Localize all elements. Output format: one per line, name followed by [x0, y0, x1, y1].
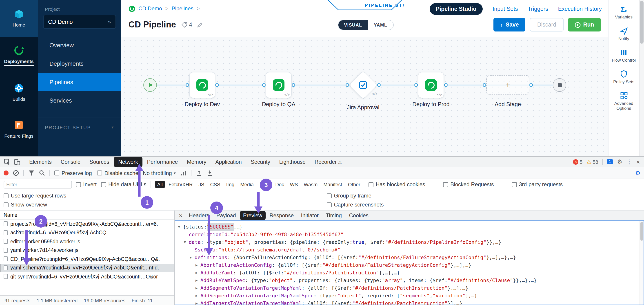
capture-screenshots-checkbox[interactable]: Capture screenshots — [327, 201, 384, 208]
more-options-icon[interactable]: ⋮ — [626, 158, 632, 165]
request-row[interactable]: projects?routingId=6_vVHzo9Qeu9fXvj-AcbC… — [0, 219, 174, 228]
toggle-visual[interactable]: VISUAL — [338, 20, 368, 30]
devtools-tab-performance[interactable]: Performance — [142, 157, 182, 167]
checkbox-box[interactable] — [97, 170, 102, 175]
save-button[interactable]: ↑ Save — [493, 18, 525, 32]
preview-tree-row[interactable]: ▶AddTargetsToVariationTargetMapYaml: {al… — [175, 299, 644, 305]
request-type-filter-css[interactable]: CSS — [208, 181, 222, 188]
request-row[interactable]: yaml.worker.7d144e.worker.js — [0, 246, 174, 255]
detail-tab-initiator[interactable]: Initiator — [298, 211, 322, 220]
request-row[interactable]: editor.worker.0595db.worker.js — [0, 237, 174, 246]
import-har-icon[interactable] — [196, 170, 202, 176]
detail-tab-timing[interactable]: Timing — [323, 211, 345, 220]
console-warnings-badge[interactable]: ⚠ 58 — [586, 159, 598, 164]
close-detail-icon[interactable]: × — [176, 212, 185, 219]
devtools-close-icon[interactable]: × — [636, 158, 640, 165]
request-type-filter-fetch-xhr[interactable]: Fetch/XHR — [166, 181, 195, 188]
disclosure-expanded-icon[interactable]: ▼ — [184, 238, 189, 246]
sidebar-item-services[interactable]: Services — [38, 91, 121, 110]
show-overview-checkbox[interactable]: Show overview — [4, 201, 47, 208]
record-network-log-button[interactable] — [4, 170, 8, 175]
devtools-tab-lighthouse[interactable]: Lighthouse — [274, 157, 310, 167]
preview-tree-row[interactable]: ▶AddSegmentToVariationTargetMapYamlSpec:… — [175, 292, 644, 299]
add-stage-button[interactable]: + — [486, 75, 530, 95]
detail-tab-payload[interactable]: Payload — [213, 211, 239, 220]
throttling-select[interactable]: No throttling ▾ — [143, 170, 176, 176]
devtools-tab-network[interactable]: Network — [114, 157, 142, 167]
devtools-tab-sources[interactable]: Sources — [85, 157, 114, 167]
group-by-frame-checkbox[interactable]: Group by frame — [327, 193, 372, 199]
breadcrumb-project[interactable]: CD Demo — [138, 6, 162, 12]
detail-tab-response[interactable]: Response — [266, 211, 297, 220]
tab-triggers[interactable]: Triggers — [528, 6, 548, 12]
toolbar-item-advanced-options[interactable]: Advanced Options — [610, 92, 638, 111]
toolbar-item-variables[interactable]: Σx Variables — [610, 6, 638, 20]
disclosure-collapsed-icon[interactable]: ▶ — [196, 284, 200, 292]
toggle-yaml[interactable]: YAML — [368, 20, 393, 30]
clear-network-log-icon[interactable] — [13, 170, 19, 176]
detail-tab-headers[interactable]: Headers — [186, 211, 212, 220]
use-large-request-rows-checkbox[interactable]: Use large request rows — [4, 193, 66, 199]
request-row[interactable]: git-sync?routingId=6_vVHzo9Qeu9fXvj-AcbC… — [0, 272, 174, 281]
devtools-tab-elements[interactable]: Elements — [25, 157, 56, 167]
device-toolbar-icon[interactable] — [12, 158, 22, 166]
inspect-element-icon[interactable] — [2, 158, 12, 166]
stage-node-jira-approval[interactable]: </> — [349, 71, 378, 99]
nav-module-deployments[interactable]: Deployments — [0, 37, 38, 74]
run-button[interactable]: Run — [568, 18, 601, 32]
console-errors-badge[interactable]: × 5 — [573, 159, 582, 164]
pipeline-canvas[interactable]: </> Deploy to Dev </> Deploy to QA </> — [121, 37, 608, 156]
request-type-filter-media[interactable]: Media — [238, 181, 256, 188]
disclosure-collapsed-icon[interactable]: ▶ — [196, 292, 200, 299]
stage-node-deploy-to-qa[interactable]: </> — [266, 72, 292, 98]
request-type-filter-other[interactable]: Other — [346, 181, 362, 188]
page-scrollbar[interactable] — [639, 0, 644, 156]
disclosure-expanded-icon[interactable]: ▼ — [178, 223, 183, 231]
detail-tab-preview[interactable]: Preview — [240, 211, 265, 220]
request-type-filter-all[interactable]: All — [155, 181, 165, 188]
detail-tab-cookies[interactable]: Cookies — [346, 211, 372, 220]
3rd-party-requests-checkbox[interactable]: 3rd-party requests — [512, 181, 563, 188]
disclosure-collapsed-icon[interactable]: ▶ — [196, 277, 200, 284]
tab-pipeline-studio[interactable]: Pipeline Studio — [430, 3, 483, 15]
request-row[interactable]: acl?routingId=6_vVHzo9Qeu9fXvj-AcbCQ — [0, 228, 174, 237]
checkbox-box[interactable] — [54, 170, 59, 175]
request-row[interactable]: CD_Pipeline?routingId=6_vVHzo9Qeu9fXvj-A… — [0, 255, 174, 263]
tab-execution-history[interactable]: Execution History — [558, 6, 602, 12]
requests-column-header[interactable]: Name — [0, 210, 174, 219]
project-selector[interactable]: CD Demo » — [43, 15, 116, 29]
devtools-tab-application[interactable]: Application — [211, 157, 246, 167]
disable-cache-checkbox[interactable]: Disable cache — [97, 170, 138, 176]
checkbox-box[interactable] — [512, 182, 517, 187]
tags-indicator[interactable]: 4 — [181, 22, 192, 28]
request-type-filter-doc[interactable]: Doc — [273, 181, 286, 188]
scrollbar-thumb[interactable] — [640, 222, 643, 241]
network-conditions-icon[interactable] — [180, 170, 186, 176]
has-blocked-cookies-checkbox[interactable]: Has blocked cookies — [368, 181, 425, 188]
pipeline-start-node[interactable] — [143, 78, 157, 92]
preview-tree-row[interactable]: ▶AbortFailureActionConfig: {allOf: [{$re… — [175, 261, 644, 269]
filter-input[interactable] — [4, 181, 72, 188]
nav-module-builds[interactable]: Builds — [0, 74, 38, 111]
pipeline-end-node[interactable] — [553, 78, 566, 92]
disclosure-collapsed-icon[interactable]: ▶ — [196, 269, 200, 277]
disclosure-expanded-icon[interactable]: ▼ — [190, 254, 194, 261]
preview-tree-row[interactable]: ▼data: {type: "object", properties: {pip… — [175, 238, 644, 246]
issues-badge[interactable]: 1 — [607, 159, 613, 164]
hide-data-urls-checkbox[interactable]: Hide data URLs — [101, 181, 146, 188]
request-type-filter-ws[interactable]: WS — [288, 181, 300, 188]
nav-module-home[interactable]: Home — [0, 0, 38, 37]
nav-module-feature-flags[interactable]: Feature Flags — [0, 111, 38, 148]
preview-tree-row[interactable]: ▼{status: "SUCCESS",…} — [175, 223, 644, 231]
checkbox-box[interactable] — [4, 193, 8, 198]
blocked-requests-checkbox[interactable]: Blocked Requests — [443, 181, 494, 188]
toolbar-item-flow-control[interactable]: Flow Control — [610, 49, 638, 63]
devtools-tab-security[interactable]: Security — [246, 157, 275, 167]
sidebar-item-pipelines[interactable]: Pipelines — [38, 73, 121, 91]
breadcrumb-pipelines[interactable]: Pipelines — [172, 6, 193, 12]
checkbox-box[interactable] — [76, 182, 81, 187]
search-icon[interactable] — [39, 170, 45, 176]
discard-button[interactable]: Discard — [530, 18, 564, 32]
preview-tree-row[interactable]: ▼definitions: {AbortFailureActionConfig:… — [175, 254, 644, 261]
checkbox-box[interactable] — [101, 182, 106, 187]
